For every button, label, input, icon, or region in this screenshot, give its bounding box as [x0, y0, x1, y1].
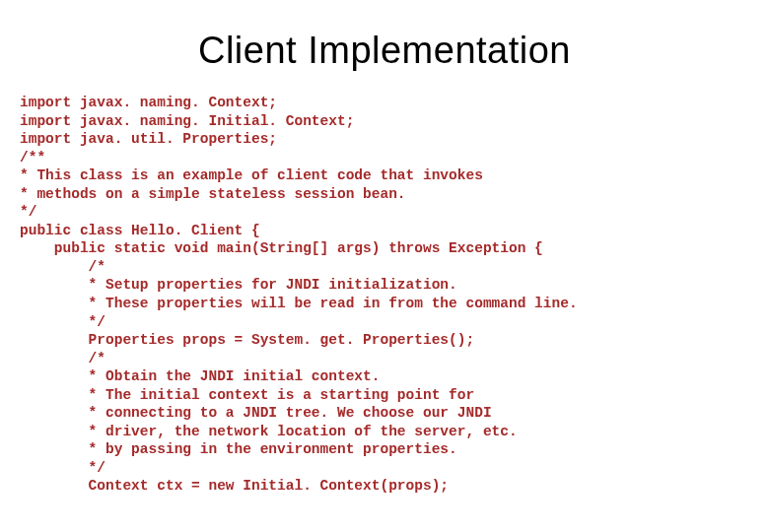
- code-line: * These properties will be read in from …: [20, 296, 578, 311]
- code-line: * This class is an example of client cod…: [20, 167, 483, 183]
- code-line: Properties props = System. get. Properti…: [20, 332, 474, 348]
- code-line: * Obtain the JNDI initial context.: [20, 368, 380, 384]
- code-line: * The initial context is a starting poin…: [20, 387, 474, 403]
- code-line: import java. util. Properties;: [20, 131, 277, 147]
- code-line: /**: [20, 150, 45, 166]
- code-line: * Setup properties for JNDI initializati…: [20, 277, 457, 293]
- code-line: */: [20, 204, 36, 220]
- code-line: * connecting to a JNDI tree. We choose o…: [20, 405, 492, 421]
- code-line: import javax. naming. Initial. Context;: [20, 113, 354, 129]
- code-line: * by passing in the environment properti…: [20, 441, 457, 457]
- code-line: /*: [20, 259, 105, 275]
- slide-title: Client Implementation: [20, 30, 749, 72]
- slide-container: Client Implementation import javax. nami…: [0, 0, 769, 532]
- code-line: * methods on a simple stateless session …: [20, 186, 406, 202]
- code-line: public class Hello. Client {: [20, 223, 260, 238]
- code-line: import javax. naming. Context;: [20, 95, 277, 110]
- code-line: * driver, the network location of the se…: [20, 424, 518, 439]
- code-line: */: [20, 314, 105, 330]
- code-block: import javax. naming. Context; import ja…: [20, 94, 749, 496]
- code-line: Context ctx = new Initial. Context(props…: [20, 478, 449, 494]
- code-line: */: [20, 460, 105, 476]
- code-line: public static void main(String[] args) t…: [20, 240, 543, 256]
- code-line: /*: [20, 351, 105, 366]
